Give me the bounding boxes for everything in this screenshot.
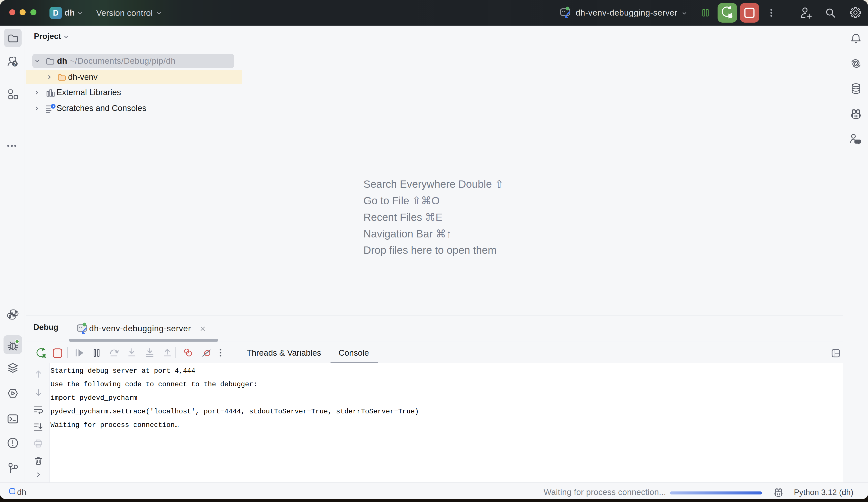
svg-text:?: ? (13, 62, 16, 66)
